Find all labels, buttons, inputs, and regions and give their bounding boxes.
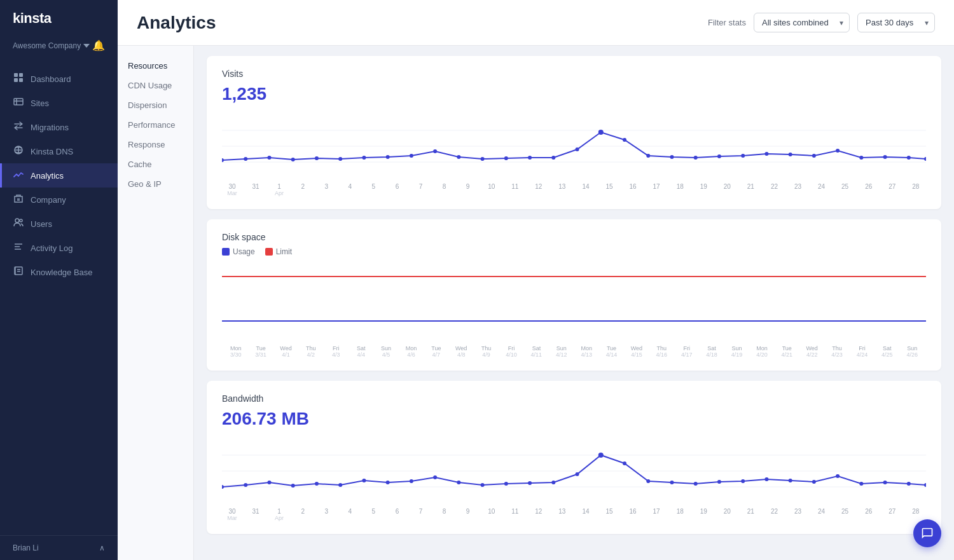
x-label: Sat4/18 bbox=[699, 345, 724, 358]
company-selector[interactable]: Awesome Company bbox=[13, 41, 90, 50]
sidebar-item-kinsta-dns[interactable]: Kinsta DNS bbox=[0, 139, 118, 163]
disk-space-chart-card: Disk space Usage Limit bbox=[207, 219, 941, 371]
svg-point-63 bbox=[576, 472, 579, 476]
bandwidth-chart-value: 206.73 MB bbox=[222, 409, 926, 429]
sidebar-item-company[interactable]: Company bbox=[0, 188, 118, 212]
svg-point-77 bbox=[907, 482, 911, 486]
svg-point-71 bbox=[764, 477, 768, 481]
company-icon bbox=[13, 193, 24, 206]
sidebar-item-sites[interactable]: Sites bbox=[0, 91, 118, 115]
sidebar-item-knowledge-base[interactable]: Knowledge Base bbox=[0, 260, 118, 284]
visits-x-axis: 30 Mar 31 1 Apr 2 3 4 5 6 7 bbox=[222, 183, 926, 196]
x-label: Tue3/31 bbox=[248, 345, 273, 358]
sidebar-item-users[interactable]: Users bbox=[0, 212, 118, 236]
sidebar: kinsta Awesome Company 🔔 Dashboard Sites… bbox=[0, 0, 118, 560]
x-label: 2 bbox=[295, 183, 310, 196]
svg-point-15 bbox=[291, 158, 295, 161]
x-label: 14 bbox=[578, 183, 593, 196]
x-label: 25 bbox=[838, 183, 853, 196]
svg-point-17 bbox=[338, 157, 342, 161]
user-menu-chevron[interactable]: ∧ bbox=[99, 543, 105, 552]
svg-point-36 bbox=[789, 153, 792, 156]
x-label: Mon4/6 bbox=[399, 345, 424, 358]
sidebar-item-label: Dashboard bbox=[31, 74, 71, 84]
bandwidth-x-axis: 30 Mar 31 1 Apr 2 3 4 5 6 7 bbox=[222, 508, 926, 521]
sidebar-item-activity-log[interactable]: Activity Log bbox=[0, 236, 118, 260]
svg-point-20 bbox=[410, 154, 413, 158]
legend-limit: Limit bbox=[265, 247, 292, 256]
sub-nav-dispersion[interactable]: Dispersion bbox=[118, 95, 193, 115]
sidebar-item-label: Company bbox=[31, 195, 66, 205]
svg-point-73 bbox=[812, 480, 816, 484]
x-label: 12 bbox=[531, 183, 546, 196]
svg-point-55 bbox=[386, 481, 390, 484]
svg-point-60 bbox=[504, 482, 508, 486]
svg-point-25 bbox=[528, 156, 532, 160]
svg-point-75 bbox=[859, 482, 863, 486]
x-label: 15 bbox=[602, 183, 617, 196]
x-label: Thu4/16 bbox=[649, 345, 674, 358]
sites-filter-select[interactable]: All sites combined bbox=[754, 13, 850, 32]
svg-rect-3 bbox=[19, 78, 23, 82]
sidebar-item-dashboard[interactable]: Dashboard bbox=[0, 67, 118, 91]
x-label: 19 bbox=[696, 183, 711, 196]
x-label: Tue4/14 bbox=[599, 345, 624, 358]
company-row[interactable]: Awesome Company 🔔 bbox=[0, 37, 118, 62]
x-label: 11 bbox=[508, 183, 523, 196]
x-label: 8 bbox=[437, 508, 452, 521]
x-label: 16 bbox=[625, 508, 640, 521]
x-label: Fri4/10 bbox=[499, 345, 523, 358]
sub-nav-cdn-usage[interactable]: CDN Usage bbox=[118, 76, 193, 95]
svg-point-39 bbox=[859, 156, 863, 160]
svg-point-22 bbox=[457, 155, 460, 159]
svg-point-12 bbox=[222, 158, 224, 162]
x-label: 25 bbox=[838, 508, 853, 521]
x-label: Sun4/19 bbox=[724, 345, 749, 358]
x-label: 1 Apr bbox=[272, 508, 287, 521]
sub-sidebar: Resources CDN Usage Dispersion Performan… bbox=[118, 46, 194, 560]
notifications-icon[interactable]: 🔔 bbox=[92, 39, 105, 51]
x-label: Thu4/9 bbox=[474, 345, 499, 358]
svg-point-53 bbox=[338, 483, 342, 487]
x-label: 30 Mar bbox=[225, 183, 240, 196]
svg-point-72 bbox=[789, 479, 792, 482]
svg-point-65 bbox=[623, 461, 626, 465]
x-label: 14 bbox=[578, 508, 593, 521]
legend-usage-label: Usage bbox=[233, 247, 255, 256]
x-label: 27 bbox=[885, 508, 900, 521]
sidebar-item-analytics[interactable]: Analytics bbox=[0, 163, 118, 188]
legend-limit-label: Limit bbox=[276, 247, 292, 256]
sub-nav-response[interactable]: Response bbox=[118, 135, 193, 154]
x-label: 18 bbox=[672, 508, 688, 521]
sites-filter-wrapper[interactable]: All sites combined bbox=[754, 13, 850, 32]
x-label: 13 bbox=[555, 508, 570, 521]
svg-point-14 bbox=[267, 156, 271, 160]
svg-point-66 bbox=[646, 479, 650, 483]
chat-button[interactable] bbox=[913, 519, 941, 547]
x-label: Sat4/25 bbox=[874, 345, 899, 358]
svg-rect-1 bbox=[19, 73, 23, 77]
sidebar-item-label: Kinsta DNS bbox=[31, 147, 73, 156]
svg-point-32 bbox=[694, 156, 698, 160]
svg-point-70 bbox=[741, 479, 745, 483]
sub-nav-cache[interactable]: Cache bbox=[118, 154, 193, 174]
period-filter-select[interactable]: Past 30 days bbox=[857, 13, 935, 32]
x-label: 10 bbox=[484, 508, 499, 521]
sub-nav-geo-ip[interactable]: Geo & IP bbox=[118, 174, 193, 194]
sidebar-item-migrations[interactable]: Migrations bbox=[0, 115, 118, 139]
svg-point-74 bbox=[836, 474, 840, 478]
svg-point-57 bbox=[433, 475, 437, 479]
sidebar-footer[interactable]: Brian Li ∧ bbox=[0, 535, 118, 560]
sub-nav-performance[interactable]: Performance bbox=[118, 115, 193, 135]
sub-nav-resources[interactable]: Resources bbox=[118, 56, 193, 76]
svg-point-31 bbox=[670, 155, 674, 159]
x-label: Thu4/23 bbox=[824, 345, 849, 358]
period-filter-wrapper[interactable]: Past 30 days bbox=[857, 13, 935, 32]
x-label: 28 bbox=[908, 183, 923, 196]
svg-point-30 bbox=[646, 154, 650, 158]
filter-row: Filter stats All sites combined Past 30 … bbox=[708, 13, 935, 32]
users-icon bbox=[13, 217, 24, 230]
main-content: Analytics Filter stats All sites combine… bbox=[118, 0, 954, 560]
analytics-icon bbox=[13, 169, 24, 182]
svg-point-56 bbox=[410, 479, 413, 483]
